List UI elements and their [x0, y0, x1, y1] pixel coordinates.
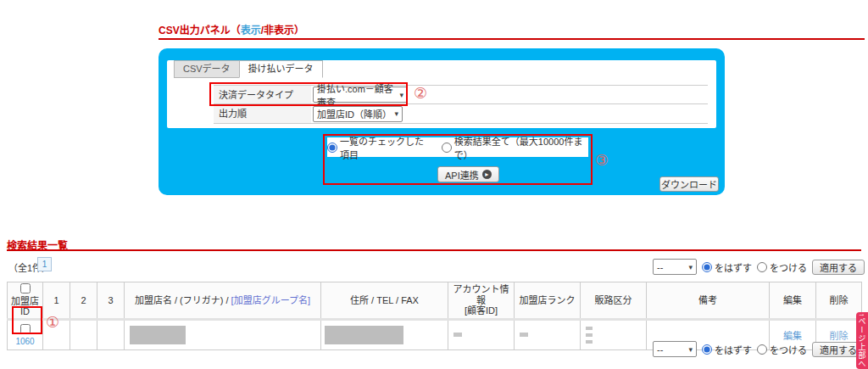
paren-open: （ [231, 25, 241, 36]
export-scope-box: 一覧のチェックした項目 検索結果全て（最大10000件まで） [327, 137, 588, 157]
chevron-down-icon: ▾ [399, 91, 403, 99]
form-row-data-type: 決済データタイプ 掛払い.com－顧客審査 ▾ [214, 85, 708, 104]
merchant-id-link[interactable]: 1060 [15, 337, 34, 346]
paren-close: ） [294, 25, 304, 36]
cell-merchant-id: 1060 [8, 319, 43, 349]
account-info-line1: アカウント情報 [453, 284, 509, 305]
results-title-divider [7, 249, 861, 251]
header-col-2: 2 [70, 282, 97, 320]
redacted-sales-channel [586, 327, 644, 344]
delete-link[interactable]: 削除 [830, 331, 849, 341]
tab-kakebarai-data[interactable]: 掛け払いデータ [239, 60, 323, 78]
chevron-down-icon: ▾ [394, 109, 398, 118]
annotation-number-1: ① [46, 315, 59, 330]
show-toggle-link[interactable]: 表示 [241, 25, 261, 36]
csv-panel-title: CSV出力パネル（表示/非表示） [159, 22, 304, 36]
api-link-button[interactable]: API連携 ▸ [437, 166, 499, 182]
output-order-label: 出力順 [214, 104, 311, 123]
page-number-1[interactable]: 1 [37, 257, 52, 271]
export-options-form: 決済データタイプ 掛払い.com－顧客審査 ▾ 出力順 加盟店ID（降順） ▾ [214, 85, 708, 124]
header-account-info: アカウント情報 [顧客ID] [448, 282, 515, 320]
page-top-button[interactable]: ↑ページ上部へ [856, 312, 868, 369]
bulk-check-radio[interactable] [757, 262, 767, 272]
header-merchant-rank: 加盟店ランク [515, 282, 581, 320]
bulk-action-bar-top: -- ▾ をはずす をつける 適用する [653, 259, 865, 275]
account-info-line2: [顧客ID] [465, 305, 498, 316]
scope-all-results-option[interactable]: 検索結果全て（最大10000件まで） [442, 134, 588, 161]
csv-title-divider [159, 38, 865, 40]
bulk-check-label-bottom: をつける [770, 343, 807, 356]
table-header-row: 加盟店ID 1 2 3 加盟店名 / (フリガナ) / [加盟店グループ名] 住… [8, 282, 862, 320]
scope-all-results-label: 検索結果全て（最大10000件まで） [454, 134, 588, 161]
bulk-check-option-bottom[interactable]: をつける [757, 343, 807, 356]
redacted-account-info [453, 333, 462, 337]
bulk-uncheck-option[interactable]: をはずす [702, 260, 752, 274]
bulk-check-radio-bottom[interactable] [757, 344, 767, 355]
bulk-check-label: をつける [770, 260, 807, 274]
bulk-uncheck-radio-bottom[interactable] [702, 344, 712, 355]
select-all-checkbox[interactable] [20, 283, 31, 294]
csv-panel-content: CSVデータ 掛け払いデータ 決済データタイプ 掛払い.com－顧客審査 ▾ 出… [167, 60, 716, 128]
header-address: 住所 / TEL / FAX [321, 282, 448, 320]
bulk-action-select[interactable]: -- ▾ [653, 259, 697, 275]
arrow-circle-icon: ▸ [482, 170, 492, 179]
hide-toggle-label[interactable]: 非表示 [264, 25, 294, 36]
annotation-number-3: ③ [595, 153, 609, 168]
header-col-3: 3 [97, 282, 125, 320]
results-table: 加盟店ID 1 2 3 加盟店名 / (フリガナ) / [加盟店グループ名] 住… [7, 282, 862, 350]
apply-button[interactable]: 適用する [812, 260, 865, 275]
bulk-action-selected-value: -- [657, 262, 663, 272]
bulk-action-select-bottom[interactable]: -- ▾ [653, 341, 697, 357]
api-link-button-label: API連携 [445, 168, 479, 182]
data-type-label: 決済データタイプ [214, 86, 311, 103]
redacted-address [325, 326, 403, 344]
cell-merchant-rank [515, 319, 581, 349]
data-type-select[interactable]: 掛払い.com－顧客審査 ▾ [313, 87, 408, 103]
edit-link[interactable]: 編集 [783, 331, 802, 341]
cell-account-info [448, 319, 515, 349]
scope-checked-items-radio[interactable] [327, 143, 337, 153]
output-order-select[interactable]: 加盟店ID（降順） ▾ [313, 106, 403, 122]
annotation-number-2: ② [414, 86, 427, 101]
merchant-group-link[interactable]: [加盟店グループ名] [231, 295, 310, 305]
scope-all-results-radio[interactable] [442, 143, 452, 153]
header-note: 備考 [647, 282, 770, 320]
cell-col-2 [70, 319, 97, 349]
row-checkbox[interactable] [20, 324, 31, 334]
cell-col-3 [97, 319, 125, 349]
form-row-output-order: 出力順 加盟店ID（降順） ▾ [214, 104, 708, 124]
cell-merchant-name [125, 319, 321, 349]
header-sales-channel: 販路区分 [581, 282, 647, 320]
header-delete: 削除 [816, 282, 862, 320]
bulk-uncheck-label: をはずす [715, 260, 752, 274]
chevron-down-icon: ▾ [688, 263, 693, 271]
cell-sales-channel [581, 319, 647, 349]
csv-panel-tabs: CSVデータ 掛け払いデータ [174, 60, 323, 78]
bulk-action-selected-value-bottom: -- [657, 344, 663, 355]
merchant-name-header-label: 加盟店名 / (フリガナ) / [135, 295, 229, 305]
merchant-id-header-label: 加盟店ID [11, 296, 39, 317]
bulk-action-bar-bottom: -- ▾ をはずす をつける 適用する [653, 341, 865, 357]
header-merchant-id: 加盟店ID [8, 282, 43, 320]
output-order-selected-value: 加盟店ID（降順） [317, 107, 390, 120]
bulk-uncheck-radio[interactable] [702, 262, 712, 272]
cell-address [321, 319, 448, 349]
chevron-down-icon: ▾ [688, 345, 693, 354]
csv-panel-title-text: CSV出力パネル [159, 25, 231, 36]
redacted-merchant-rank [520, 333, 528, 337]
scope-checked-items-label: 一覧のチェックした項目 [340, 134, 433, 161]
redacted-merchant-name [130, 326, 186, 344]
bulk-uncheck-label-bottom: をはずす [715, 343, 752, 356]
scope-checked-items-option[interactable]: 一覧のチェックした項目 [327, 134, 433, 161]
download-button[interactable]: ダウンロード [659, 176, 719, 192]
bulk-uncheck-option-bottom[interactable]: をはずす [702, 343, 752, 356]
header-edit: 編集 [770, 282, 816, 320]
header-merchant-name: 加盟店名 / (フリガナ) / [加盟店グループ名] [125, 282, 321, 320]
tab-csv-data[interactable]: CSVデータ [174, 60, 239, 78]
bulk-check-option[interactable]: をつける [757, 260, 807, 274]
